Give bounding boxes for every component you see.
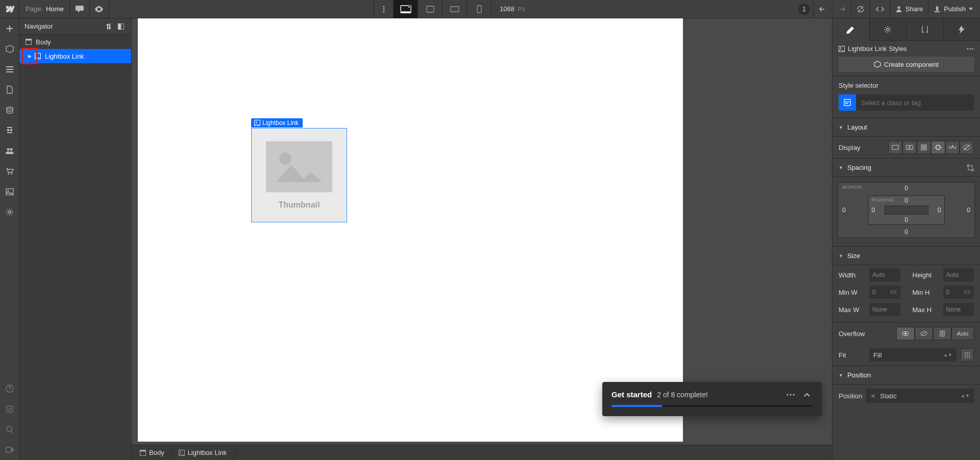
spacing-expand-icon[interactable] [967,164,974,171]
svg-point-73 [965,352,966,353]
tab-style[interactable] [832,19,869,41]
section-size-header[interactable]: ▼ Size [832,247,980,265]
page-switcher[interactable]: Page: Home [19,0,70,18]
padding-right[interactable]: 0 [938,207,941,214]
margin-right[interactable]: 0 [967,207,970,214]
webflow-logo[interactable] [0,0,19,18]
svg-rect-32 [121,23,124,30]
margin-top[interactable]: 0 [904,185,908,192]
selector-input-field[interactable] [856,94,974,111]
video-icon[interactable] [0,440,19,460]
lightbox-element[interactable]: Thumbnail [251,128,347,222]
style-header-more-icon[interactable] [967,48,974,50]
device-mobile[interactable] [467,0,491,18]
svg-rect-5 [427,6,434,12]
settings-icon[interactable] [0,202,19,222]
tab-element[interactable] [943,18,981,40]
maxw-input[interactable]: None- [869,303,900,316]
width-input[interactable]: Auto- [869,268,900,282]
position-select[interactable]: ✕ Static ▲▼ [866,389,974,403]
style-selector-input[interactable] [839,94,974,111]
overflow-options: Auto [896,327,974,340]
symbols-icon[interactable] [0,39,19,59]
nav-node-body[interactable]: Body [19,35,131,49]
tab-settings[interactable] [869,18,906,40]
margin-bottom[interactable]: 0 [904,228,908,236]
display-block[interactable] [888,141,902,154]
tab-interactions[interactable] [906,18,943,40]
canvas-page[interactable]: Lightbox Link Thumbnail [138,18,683,442]
display-inline[interactable] [945,141,960,154]
selection-label[interactable]: Lightbox Link [251,118,303,127]
share-button[interactable]: Share [890,0,928,18]
svg-point-75 [969,352,970,353]
display-inline-block[interactable] [931,141,945,154]
chevron-right-icon[interactable]: ▶ [27,54,33,59]
fit-position-button[interactable] [961,348,974,362]
crumb-body[interactable]: Body [135,445,174,460]
display-grid[interactable] [917,141,931,154]
display-flex[interactable] [902,141,917,154]
margin-box[interactable]: MARGIN 0 0 0 0 PADDING 0 0 0 0 [838,182,975,238]
images-icon[interactable] [0,182,19,202]
svg-rect-31 [118,23,120,30]
assets-icon[interactable] [0,120,19,141]
section-spacing-header[interactable]: ▼ Spacing [832,159,980,177]
toast-collapse-icon[interactable] [801,393,813,397]
maxh-input[interactable]: None- [943,303,974,316]
canvas-width-display[interactable]: 1068 PX [491,0,534,18]
overflow-visible[interactable] [896,327,915,340]
navigator-collapse-icon[interactable] [116,21,126,32]
pages-icon[interactable] [0,80,19,100]
overflow-scroll[interactable] [933,327,951,340]
users-icon[interactable] [0,141,19,161]
toast-more-icon[interactable] [785,394,796,396]
style-panel-tabs [832,18,980,41]
section-layout-header[interactable]: ▼ Layout [832,118,980,137]
display-none[interactable] [960,141,974,154]
search-icon[interactable] [0,419,19,440]
padding-left[interactable]: 0 [872,207,875,214]
comments-icon[interactable] [70,0,90,18]
changes-badge[interactable]: 1 [798,4,810,15]
more-vert-icon[interactable] [374,0,393,18]
overflow-auto[interactable]: Auto [951,327,974,340]
device-tablet[interactable] [418,0,442,18]
create-component-button[interactable]: Create component [839,57,974,72]
minw-input[interactable]: 0PX [869,286,900,299]
minh-input[interactable]: 0PX [943,286,974,299]
device-desktop[interactable] [393,0,418,18]
padding-top[interactable]: 0 [904,197,908,204]
add-element-icon[interactable] [0,18,19,39]
redo-button[interactable] [832,0,851,18]
audit-icon[interactable] [0,399,19,419]
crumb-lightbox[interactable]: Lightbox Link [174,445,236,460]
undo-button[interactable] [813,0,832,18]
resize-handle[interactable] [832,191,832,211]
navigator-sort-icon[interactable] [104,21,114,32]
padding-bottom[interactable]: 0 [904,216,908,223]
height-input[interactable]: Auto- [943,268,974,282]
svg-rect-6 [451,7,459,12]
svg-rect-58 [892,145,898,149]
padding-box[interactable]: PADDING 0 0 0 0 [868,195,945,225]
sync-icon[interactable] [851,0,870,18]
help-icon[interactable] [0,378,19,399]
margin-left[interactable]: 0 [842,207,846,214]
ecommerce-icon[interactable] [0,161,19,182]
publish-button[interactable]: Publish [928,0,980,18]
svg-point-74 [967,352,968,353]
overflow-hidden[interactable] [915,327,933,340]
preview-icon[interactable] [90,0,109,18]
width-label: Width [839,271,866,279]
canvas-scroll[interactable]: Lightbox Link Thumbnail Get started 2 of… [132,18,832,445]
navigator-icon[interactable] [0,59,19,80]
padding-label: PADDING [872,197,894,202]
fit-select[interactable]: Fill ▲▼ [869,348,957,362]
section-position-header[interactable]: ▼ Position [832,366,980,385]
cms-icon[interactable] [0,100,19,120]
code-export-icon[interactable] [870,0,890,18]
nav-node-lightbox[interactable]: ▶ Lightbox Link [19,49,131,63]
device-tablet-landscape[interactable] [442,0,467,18]
fit-label: Fit [839,351,865,359]
